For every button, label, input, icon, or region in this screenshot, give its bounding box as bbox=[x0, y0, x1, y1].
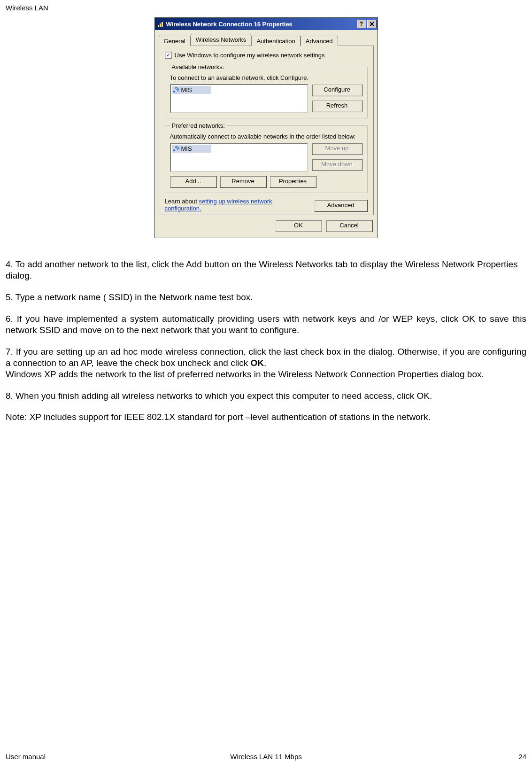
help-button[interactable]: ? bbox=[357, 20, 366, 28]
ok-bold: OK bbox=[250, 358, 264, 368]
list-item[interactable]: MIS bbox=[172, 86, 211, 94]
learn-prefix: Learn about bbox=[165, 198, 199, 205]
paragraph-7: 7. If you are setting up an ad hoc mode … bbox=[6, 346, 526, 369]
available-listbox[interactable]: MIS bbox=[170, 84, 308, 113]
svg-rect-1 bbox=[160, 23, 161, 27]
ok-button[interactable]: OK bbox=[275, 220, 322, 232]
paragraph-7c: . bbox=[264, 358, 266, 368]
available-networks-group: Available networks: To connect to an ava… bbox=[165, 63, 368, 118]
document-body: 4. To add another network to the list, c… bbox=[6, 259, 526, 423]
available-legend: Available networks: bbox=[170, 63, 226, 70]
tab-advanced[interactable]: Advanced bbox=[301, 36, 338, 46]
paragraph-6: 6. If you have implemented a system auto… bbox=[6, 313, 526, 336]
page-footer: User manual Wireless LAN 11 Mbps 24 bbox=[6, 753, 526, 761]
close-button[interactable] bbox=[367, 20, 377, 28]
svg-point-6 bbox=[173, 149, 175, 151]
available-text: To connect to an available network, clic… bbox=[170, 74, 362, 81]
list-item[interactable]: MIS bbox=[172, 145, 211, 153]
list-item-label: MIS bbox=[181, 86, 192, 93]
tabs: General Wireless Networks Authentication… bbox=[159, 34, 374, 46]
list-item-label: MIS bbox=[181, 145, 192, 152]
tab-general[interactable]: General bbox=[159, 36, 191, 46]
refresh-button[interactable]: Refresh bbox=[312, 100, 362, 112]
move-up-button[interactable]: Move up bbox=[312, 143, 362, 155]
signal-icon bbox=[173, 146, 179, 152]
use-windows-label: Use Windows to configure my wireless net… bbox=[175, 52, 325, 59]
preferred-networks-group: Preferred networks: Automatically connec… bbox=[165, 122, 368, 193]
cancel-button[interactable]: Cancel bbox=[326, 220, 373, 232]
use-windows-checkbox[interactable]: ✓ bbox=[165, 52, 172, 59]
advanced-button[interactable]: Advanced bbox=[314, 200, 368, 212]
add-button[interactable]: Add... bbox=[170, 176, 217, 188]
preferred-legend: Preferred networks: bbox=[170, 122, 227, 129]
page-header: Wireless LAN bbox=[6, 4, 526, 12]
dialog-title: Wireless Network Connection 16 Propertie… bbox=[166, 21, 356, 28]
move-down-button[interactable]: Move down bbox=[312, 159, 362, 171]
signal-icon bbox=[173, 87, 179, 93]
footer-center: Wireless LAN 11 Mbps bbox=[6, 753, 526, 761]
paragraph-4: 4. To add another network to the list, c… bbox=[6, 259, 526, 281]
svg-rect-2 bbox=[162, 22, 163, 27]
paragraph-5: 5. Type a network name ( SSID) in the Ne… bbox=[6, 292, 526, 303]
dialog-footer: OK Cancel bbox=[155, 215, 378, 238]
paragraph-8: 8. When you finish adding all wireless n… bbox=[6, 390, 526, 402]
remove-button[interactable]: Remove bbox=[220, 176, 267, 188]
tab-panel: ✓ Use Windows to configure my wireless n… bbox=[159, 46, 374, 215]
properties-button[interactable]: Properties bbox=[270, 176, 316, 188]
preferred-text: Automatically connect to available netwo… bbox=[170, 133, 362, 140]
learn-text: Learn about setting up wireless network … bbox=[165, 198, 301, 212]
titlebar: Wireless Network Connection 16 Propertie… bbox=[155, 18, 378, 30]
preferred-listbox[interactable]: MIS bbox=[170, 143, 308, 172]
svg-rect-0 bbox=[158, 25, 159, 27]
paragraph-7d: Windows XP adds the network to the list … bbox=[6, 369, 526, 380]
tab-wireless-networks[interactable]: Wireless Networks bbox=[191, 34, 252, 46]
properties-dialog: Wireless Network Connection 16 Propertie… bbox=[154, 17, 378, 238]
wireless-icon bbox=[157, 20, 164, 28]
tab-authentication[interactable]: Authentication bbox=[251, 36, 300, 46]
paragraph-note: Note: XP includes support for IEEE 802.1… bbox=[6, 412, 526, 423]
svg-point-5 bbox=[173, 91, 175, 93]
configure-button[interactable]: Configure bbox=[312, 84, 362, 96]
